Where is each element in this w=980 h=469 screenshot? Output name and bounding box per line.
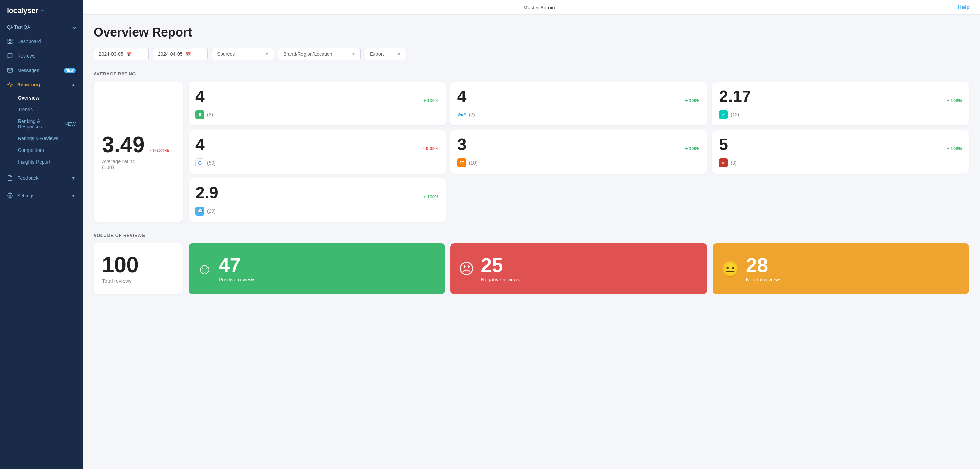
source-card-4-top: 4 - 0.99% [196, 136, 439, 153]
avg-rating-main-card: 3.49 - 16.31% Average rating (100) [94, 82, 183, 222]
sources-filter[interactable]: Sources ▼ [212, 48, 274, 60]
source-7-count: (20) [207, 208, 216, 214]
messages-label: Messages [17, 67, 39, 73]
source-2-value: 4 [457, 88, 466, 105]
source-1-value: 4 [196, 88, 205, 105]
settings-icon [7, 193, 13, 199]
source-1-count: (3) [207, 112, 213, 117]
page-content: Overview Report 2024-03-05 📅 2024-04-05 … [83, 15, 980, 469]
svg-rect-1 [11, 39, 13, 41]
avg-rating-section-label: AVERAGE RATING [94, 71, 969, 77]
source-1-bottom: (3) [196, 110, 439, 119]
sidebar-item-reviews[interactable]: Reviews [0, 49, 83, 63]
wolt-icon: Wolt [457, 110, 466, 119]
reporting-label: Reporting [17, 82, 40, 88]
reporting-icon [7, 81, 13, 88]
volume-total-value: 100 [102, 254, 175, 276]
source-card-1: 4 + 100% (3) [189, 82, 445, 125]
logo-bracket: ┌ [38, 6, 43, 15]
ranking-new-badge: NEW [64, 121, 76, 127]
date-to-value: 2024-04-05 [158, 51, 183, 57]
settings-label: Settings [17, 193, 35, 198]
source-card-1-top: 4 + 100% [196, 88, 439, 105]
page-title: Overview Report [94, 25, 969, 40]
source-3-count: (12) [730, 112, 739, 117]
sidebar-sub-trends[interactable]: Trends [0, 104, 83, 115]
sidebar-item-messages[interactable]: Messages NEW [0, 63, 83, 78]
org-selector[interactable]: QA Test QA [0, 20, 83, 34]
calendar-from-icon: 📅 [126, 52, 132, 57]
org-name: QA Test QA [7, 24, 30, 30]
source-4-count: (50) [207, 160, 216, 166]
filters-row: 2024-03-05 📅 2024-04-05 📅 Sources ▼ Bran… [94, 48, 969, 60]
brand-label: Brand/Region/Location [283, 51, 332, 57]
sidebar-sub-ratings[interactable]: Ratings & Reviews [0, 132, 83, 144]
source-card-6: 5 + 100% TC (3) [712, 130, 969, 174]
source-7-change: + 100% [423, 194, 438, 199]
avg-rating-value: 3.49 [102, 134, 145, 156]
date-from-filter[interactable]: 2024-03-05 📅 [94, 48, 149, 60]
source-2-change: + 100% [685, 98, 700, 103]
sidebar-item-settings[interactable]: Settings ▼ [0, 188, 83, 203]
brand-chevron-icon: ▼ [352, 52, 355, 56]
volume-grid: 100 Total reviews ☺ 47 Positive reviews … [94, 244, 969, 294]
brand-filter[interactable]: Brand/Region/Location ▼ [278, 48, 361, 60]
dashboard-label: Dashboard [17, 38, 41, 44]
source-card-6-top: 5 + 100% [719, 136, 962, 153]
dashboard-icon [7, 38, 13, 45]
sidebar-item-reporting[interactable]: Reporting ▲ [0, 78, 83, 92]
negative-value: 25 [481, 255, 520, 275]
admin-label: Master Admin [523, 5, 555, 10]
sidebar-sub-ranking[interactable]: Ranking & Responses NEW [0, 115, 83, 132]
neutral-reviews-card: 😐 28 Neutral reviews [713, 244, 969, 294]
nav-divider-1 [0, 169, 83, 169]
green-pin-icon [196, 110, 204, 119]
positive-value: 47 [218, 255, 256, 275]
logo-area: localyser┌ [0, 0, 83, 20]
export-filter[interactable]: Export ▼ [365, 48, 406, 60]
ranking-label: Ranking & Responses [18, 118, 64, 129]
sidebar-item-feedback[interactable]: Feedback ▼ [0, 171, 83, 185]
sidebar-sub-overview[interactable]: Overview [0, 92, 83, 104]
source-5-bottom: JE (10) [457, 158, 701, 168]
neutral-smiley-icon: 😐 [721, 262, 740, 276]
sidebar-sub-insights[interactable]: Insights Report [0, 156, 83, 168]
source-6-value: 5 [719, 136, 728, 153]
positive-reviews-card: ☺ 47 Positive reviews [189, 244, 445, 294]
negative-smiley-icon: ☹ [459, 262, 474, 276]
source-card-5: 3 + 100% JE (10) [450, 130, 708, 174]
feedback-label: Feedback [17, 175, 38, 181]
org-chevron-icon [72, 25, 76, 29]
neutral-text: 28 Neutral reviews [746, 255, 781, 282]
chat-icon: 💬 [196, 207, 204, 215]
negative-label: Negative reviews [481, 276, 520, 282]
export-label: Export [370, 51, 384, 57]
svg-rect-2 [8, 42, 9, 44]
sidebar-sub-competitors[interactable]: Competitors [0, 144, 83, 156]
deliveroo-icon: ✓ [719, 110, 728, 119]
svg-point-4 [9, 195, 11, 196]
reviews-label: Reviews [17, 53, 35, 59]
svg-rect-3 [11, 42, 13, 44]
source-card-2: 4 + 100% Wolt (2) [450, 82, 708, 125]
source-card-7-top: 2.9 + 100% [196, 185, 439, 201]
source-2-count: (2) [469, 112, 475, 117]
date-to-filter[interactable]: 2024-04-05 📅 [153, 48, 208, 60]
feedback-chevron-icon: ▼ [71, 175, 76, 181]
negative-text: 25 Negative reviews [481, 255, 520, 282]
source-4-bottom: G (50) [196, 158, 439, 168]
volume-section-label: VOLUME OF REVIEWS [94, 233, 969, 238]
sidebar-item-dashboard[interactable]: Dashboard [0, 34, 83, 49]
messages-new-badge: NEW [64, 68, 76, 73]
messages-icon [7, 67, 13, 73]
help-link[interactable]: Help [958, 4, 970, 10]
source-3-change: + 100% [947, 98, 962, 103]
export-chevron-icon: ▼ [397, 52, 401, 56]
volume-section: VOLUME OF REVIEWS 100 Total reviews ☺ 47… [94, 233, 969, 294]
volume-total-label: Total reviews [102, 278, 175, 284]
just-eat-icon: JE [457, 158, 466, 168]
settings-chevron-icon: ▼ [71, 193, 76, 198]
source-1-change: + 100% [423, 98, 438, 103]
neutral-value: 28 [746, 255, 781, 275]
main-content: Master Admin Help Overview Report 2024-0… [83, 0, 980, 469]
